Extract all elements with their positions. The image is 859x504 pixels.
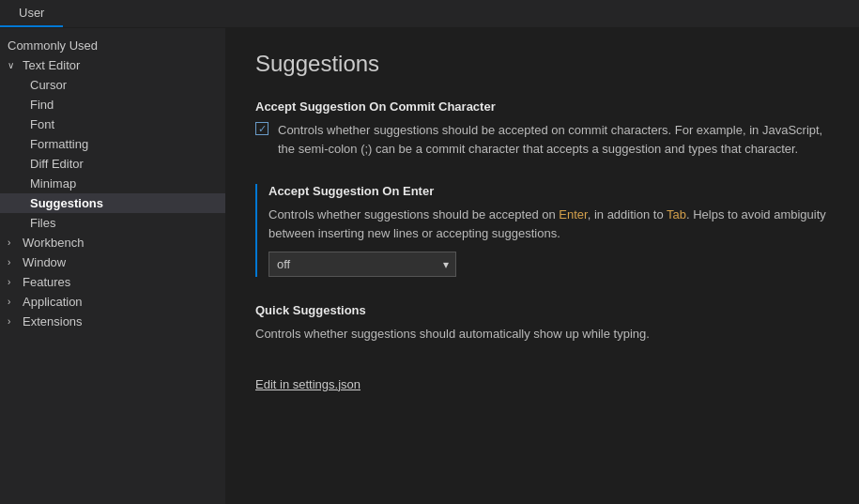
sidebar-label-files: Files [30,216,55,230]
sidebar-item-extensions[interactable]: ›Extensions [0,312,225,331]
sidebar-label-cursor: Cursor [30,78,67,92]
user-tab[interactable]: User [0,0,63,27]
workbench-chevron-icon: › [8,237,19,248]
sidebar-label-text-editor: Text Editor [23,58,80,72]
sidebar-label-commonly-used: Commonly Used [8,38,98,53]
sidebar-label-font: Font [30,117,54,131]
section-accept-on-enter: Accept Suggestion On EnterControls wheth… [255,184,829,277]
sidebar-item-minimap[interactable]: Minimap [0,174,225,193]
sidebar-item-text-editor[interactable]: ∨Text Editor [0,55,225,75]
content-area: Suggestions Accept Suggestion On Commit … [225,28,859,504]
sidebar-item-suggestions[interactable]: Suggestions [0,193,225,213]
desc-accept-on-commit: Controls whether suggestions should be a… [278,121,829,158]
section-title-accept-on-commit: Accept Suggestion On Commit Character [255,99,829,114]
dropdown-container-accept-on-enter: offonsmart [268,252,456,277]
edit-link-container: Edit in settings.json [255,370,829,391]
section-accept-on-commit: Accept Suggestion On Commit CharacterCon… [255,99,829,158]
sidebar-item-diff-editor[interactable]: Diff Editor [0,154,225,174]
sidebar-item-formatting[interactable]: Formatting [0,134,225,154]
sidebar-label-minimap: Minimap [30,176,76,191]
sidebar-item-cursor[interactable]: Cursor [0,75,225,95]
settings-sections: Accept Suggestion On Commit CharacterCon… [255,99,829,344]
header-tabs: User [0,0,859,28]
sidebar-item-files[interactable]: Files [0,213,225,233]
section-title-quick-suggestions: Quick Suggestions [255,303,829,317]
sidebar-item-application[interactable]: ›Application [0,292,225,312]
sidebar-label-suggestions: Suggestions [30,196,103,210]
window-chevron-icon: › [8,257,19,267]
desc-accept-on-enter: Controls whether suggestions should be a… [268,206,829,242]
page-title: Suggestions [255,51,829,77]
highlighted-text: Enter [559,207,587,221]
sidebar-label-application: Application [23,295,83,309]
checkbox-row-accept-on-commit: Controls whether suggestions should be a… [255,121,829,158]
extensions-chevron-icon: › [8,316,19,327]
sidebar-label-extensions: Extensions [23,314,83,328]
edit-settings-link[interactable]: Edit in settings.json [255,377,360,391]
desc-quick-suggestions: Controls whether suggestions should auto… [255,325,829,344]
section-quick-suggestions: Quick SuggestionsControls whether sugges… [255,303,829,344]
checkbox-accept-on-commit[interactable] [255,122,268,135]
sidebar-item-workbench[interactable]: ›Workbench [0,233,225,252]
sidebar-item-find[interactable]: Find [0,95,225,115]
sidebar-item-features[interactable]: ›Features [0,272,225,292]
highlighted-text: Tab [667,207,686,221]
text-editor-chevron-icon: ∨ [8,60,19,70]
sidebar-item-font[interactable]: Font [0,115,225,134]
features-chevron-icon: › [8,277,19,287]
section-title-accept-on-enter: Accept Suggestion On Enter [268,184,829,198]
sidebar-item-commonly-used[interactable]: Commonly Used [0,36,225,55]
sidebar: Commonly Used∨Text EditorCursorFindFontF… [0,28,225,504]
sidebar-label-workbench: Workbench [23,236,84,250]
sidebar-label-find: Find [30,98,54,112]
application-chevron-icon: › [8,297,19,307]
sidebar-label-features: Features [23,275,70,289]
sidebar-label-diff-editor: Diff Editor [30,157,84,171]
dropdown-accept-on-enter[interactable]: offonsmart [268,252,456,277]
sidebar-label-window: Window [23,255,66,269]
sidebar-label-formatting: Formatting [30,137,88,151]
main-layout: Commonly Used∨Text EditorCursorFindFontF… [0,28,859,504]
sidebar-item-window[interactable]: ›Window [0,252,225,272]
